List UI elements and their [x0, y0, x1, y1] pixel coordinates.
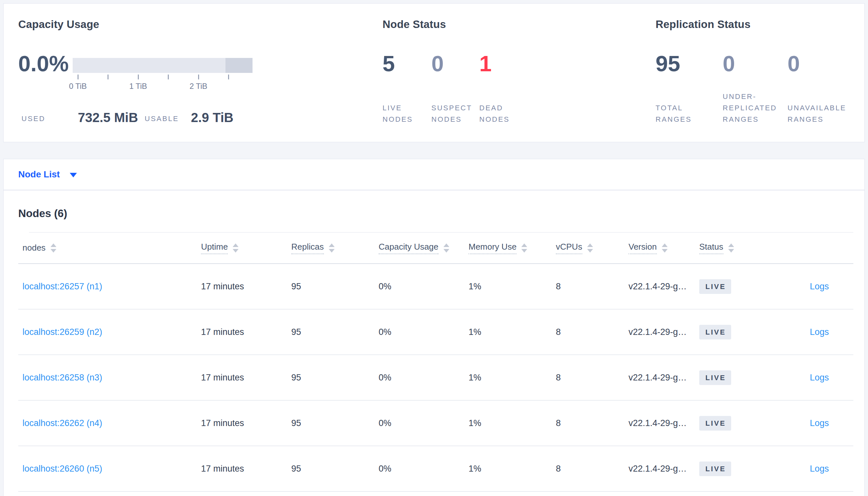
vcpus-cell: 8 [556, 281, 629, 292]
node-link[interactable]: localhost:26259 (n2) [23, 327, 102, 337]
status-badge: LIVE [699, 370, 731, 385]
vcpus-cell: 8 [556, 418, 629, 428]
cluster-summary-card: Capacity Usage 0.0% 0 TiB 1 TiB 2 TiB US… [3, 3, 865, 142]
unavailable-ranges-count: 0 [788, 52, 800, 75]
axis-tick [198, 75, 199, 79]
live-nodes-label: LIVE NODES [383, 102, 423, 125]
vcpus-cell: 8 [556, 464, 629, 474]
replicas-cell: 95 [291, 327, 379, 337]
capacity-cell: 0% [379, 327, 468, 337]
axis-tick [107, 75, 108, 79]
uptime-cell: 17 minutes [201, 327, 291, 337]
chevron-down-icon [70, 173, 77, 177]
sort-icon[interactable] [329, 244, 335, 252]
column-header-memory-use[interactable]: Memory Use [468, 242, 556, 254]
used-label: USED [21, 114, 45, 123]
capacity-used-percent: 0.0% [18, 52, 69, 75]
node-link[interactable]: localhost:26258 (n3) [23, 373, 102, 383]
column-header-uptime[interactable]: Uptime [201, 242, 291, 254]
status-badge: LIVE [699, 416, 731, 431]
tick-label-1tib: 1 TiB [129, 82, 147, 91]
sort-icon[interactable] [233, 244, 239, 252]
sort-icon[interactable] [587, 244, 593, 252]
replication-status-title: Replication Status [656, 18, 750, 31]
column-header-nodes[interactable]: nodes [18, 243, 201, 253]
used-value: 732.5 MiB [78, 110, 138, 125]
table-row: localhost:26257 (n1) 17 minutes 95 0% 1%… [18, 264, 853, 310]
axis-tick [77, 75, 78, 79]
node-list-dropdown[interactable]: Node List [18, 169, 77, 180]
uptime-cell: 17 minutes [201, 281, 291, 292]
uptime-cell: 17 minutes [201, 418, 291, 428]
dead-nodes-label: DEAD NODES [479, 102, 520, 125]
suspect-nodes-count: 0 [431, 52, 444, 75]
sort-icon[interactable] [728, 244, 734, 252]
usable-label: USABLE [145, 114, 179, 123]
node-status-title: Node Status [383, 18, 446, 31]
logs-link[interactable]: Logs [810, 327, 829, 337]
logs-link[interactable]: Logs [810, 464, 829, 474]
node-link[interactable]: localhost:26262 (n4) [23, 418, 102, 428]
status-badge: LIVE [699, 325, 731, 339]
node-link[interactable]: localhost:26260 (n5) [23, 464, 102, 474]
uptime-cell: 17 minutes [201, 464, 291, 474]
sort-icon[interactable] [444, 244, 449, 252]
logs-link[interactable]: Logs [810, 281, 829, 291]
sort-icon[interactable] [662, 244, 668, 252]
table-row: localhost:26258 (n3) 17 minutes 95 0% 1%… [18, 355, 853, 401]
live-nodes-count: 5 [383, 52, 395, 75]
axis-tick [138, 75, 139, 79]
vcpus-cell: 8 [556, 327, 629, 337]
memory-cell: 1% [468, 464, 556, 474]
table-row: localhost:26259 (n2) 17 minutes 95 0% 1%… [18, 310, 853, 355]
memory-cell: 1% [468, 281, 556, 292]
nodes-section-title: Nodes (6) [18, 207, 67, 220]
capacity-cell: 0% [379, 418, 468, 428]
unavailable-ranges-label: UNAVAILABLE RANGES [788, 102, 867, 125]
total-ranges-count: 95 [656, 52, 680, 75]
usable-value: 2.9 TiB [191, 110, 233, 125]
column-header-replicas[interactable]: Replicas [291, 242, 379, 254]
version-cell: v22.1.4-29-g… [629, 418, 699, 428]
column-header-capacity-usage[interactable]: Capacity Usage [379, 242, 468, 254]
tick-label-2tib: 2 TiB [190, 82, 208, 91]
replicas-cell: 95 [291, 418, 379, 428]
suspect-nodes-label: SUSPECT NODES [431, 102, 480, 125]
version-cell: v22.1.4-29-g… [629, 281, 699, 292]
replicas-cell: 95 [291, 464, 379, 474]
node-link[interactable]: localhost:26257 (n1) [23, 281, 102, 291]
column-header-status[interactable]: Status [699, 242, 782, 254]
memory-cell: 1% [468, 327, 556, 337]
capacity-usage-bar [73, 58, 253, 73]
table-row: localhost:26262 (n4) 17 minutes 95 0% 1%… [18, 401, 853, 446]
capacity-cell: 0% [379, 373, 468, 383]
sort-icon[interactable] [50, 244, 56, 252]
tick-label-0tib: 0 TiB [69, 82, 87, 91]
column-header-version[interactable]: Version [629, 242, 699, 254]
version-cell: v22.1.4-29-g… [629, 464, 699, 474]
dead-nodes-count: 1 [479, 52, 492, 75]
column-header-vcpus[interactable]: vCPUs [556, 242, 629, 254]
vcpus-cell: 8 [556, 373, 629, 383]
status-badge: LIVE [699, 462, 731, 476]
view-selector-bar: Node List [3, 159, 865, 190]
memory-cell: 1% [468, 373, 556, 383]
axis-tick [228, 75, 229, 79]
sort-icon[interactable] [521, 244, 527, 252]
version-cell: v22.1.4-29-g… [629, 373, 699, 383]
total-ranges-label: TOTAL RANGES [656, 102, 704, 125]
capacity-cell: 0% [379, 281, 468, 292]
axis-tick [168, 75, 169, 79]
nodes-table-card: Nodes (6) nodes Uptime Replicas Capacity… [3, 190, 865, 496]
memory-cell: 1% [468, 418, 556, 428]
status-badge: LIVE [699, 279, 731, 294]
capacity-cell: 0% [379, 464, 468, 474]
node-list-dropdown-label: Node List [18, 169, 60, 180]
under-replicated-ranges-count: 0 [723, 52, 735, 75]
logs-link[interactable]: Logs [810, 373, 829, 383]
version-cell: v22.1.4-29-g… [629, 327, 699, 337]
replicas-cell: 95 [291, 281, 379, 292]
table-header-row: nodes Uptime Replicas Capacity Usage Mem… [18, 232, 853, 264]
logs-link[interactable]: Logs [810, 418, 829, 428]
capacity-bar-tail-segment [225, 58, 253, 73]
